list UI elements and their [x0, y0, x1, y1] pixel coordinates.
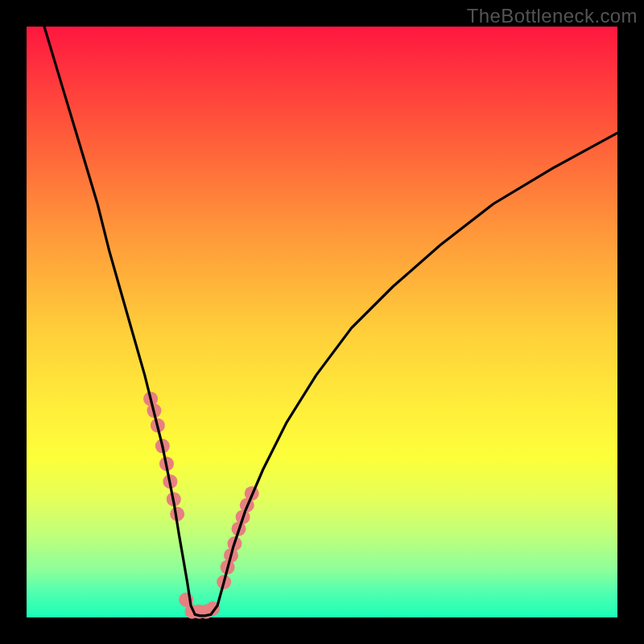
- scatter-dots: [143, 391, 259, 618]
- outer-frame: TheBottleneck.com: [0, 0, 644, 644]
- chart-svg: [27, 27, 617, 617]
- v-curve: [44, 27, 617, 616]
- watermark-text: TheBottleneck.com: [467, 5, 638, 27]
